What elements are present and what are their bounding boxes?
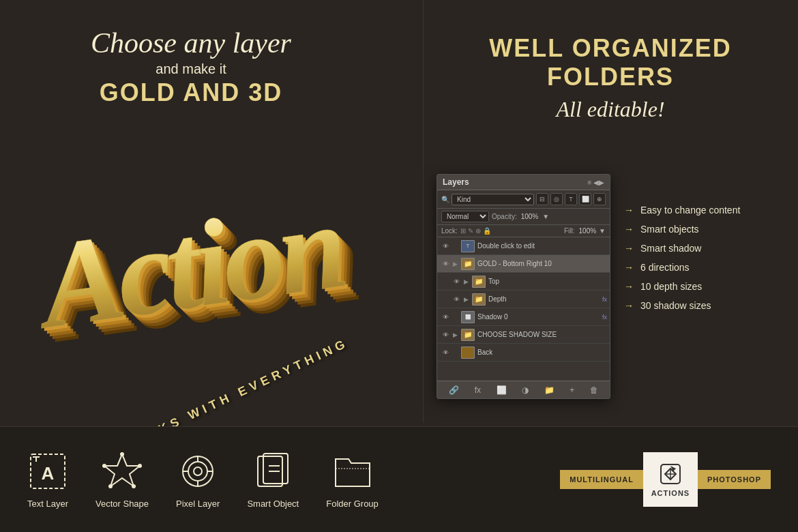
feature-text-5: 30 shadow sizes — [640, 300, 711, 311]
layers-bottom-toolbar: 🔗 fx ⬜ ◑ 📁 + 🗑 — [437, 381, 610, 398]
layers-blend-row: Normal Opacity: 100% ▼ — [437, 209, 610, 225]
badge-actions-icon — [658, 462, 683, 486]
expand-2[interactable]: ▶ — [464, 278, 472, 285]
lock-icon-2[interactable]: ✎ — [468, 227, 473, 235]
kind-label: 🔍 — [441, 196, 449, 203]
badge-area: MULTILINGUAL ACTIONS PHOTOSHOP — [560, 452, 771, 507]
vector-shape-icon — [102, 451, 143, 492]
thumb-5: 📁 — [461, 329, 475, 341]
feature-text-4: 10 depth sizes — [640, 281, 702, 292]
feature-arrow-0: → — [624, 205, 634, 216]
headline-and: and make it — [41, 61, 341, 77]
layers-bottom-group-icon[interactable]: 📁 — [544, 385, 555, 395]
layer-item-2[interactable]: 👁 ▶ 📁 Top — [437, 273, 610, 291]
text-layer-icon: A — [27, 451, 68, 492]
feature-arrow-5: → — [624, 300, 634, 311]
kind-select[interactable]: Kind — [452, 194, 534, 205]
feature-arrow-3: → — [624, 262, 634, 273]
thumb-0: T — [461, 240, 475, 252]
layers-panel: Layers ≡ ◀▶ 🔍 Kind ⊟ ◎ T ⬜ ⊕ Normal Opac… — [437, 174, 610, 399]
pixel-layer-icon — [177, 451, 218, 492]
fill-arrow: ▼ — [599, 227, 606, 235]
layer-name-4: Shadow 0 — [477, 313, 600, 321]
action-area: Action Action Action Action Action Actio… — [14, 164, 423, 409]
bottom-icon-text-layer: A Text Layer — [27, 451, 68, 509]
bottom-icons: A Text Layer Vector Shape — [27, 451, 379, 509]
layer-item-0[interactable]: 👁 T Double click to edit — [437, 237, 610, 255]
feature-arrow-2: → — [624, 243, 634, 254]
layers-title: Layers — [443, 177, 469, 187]
eye-icon-2[interactable]: 👁 — [451, 276, 462, 287]
svg-point-17 — [188, 462, 207, 481]
layers-lock-row: Lock: ⊞ ✎ ⊕ 🔒 Fill: 100% ▼ — [437, 225, 610, 237]
layers-bottom-new-icon[interactable]: + — [570, 385, 574, 395]
layer-icon-btn-5[interactable]: ⊕ — [593, 193, 606, 205]
eye-icon-5[interactable]: 👁 — [440, 329, 451, 340]
expand-1[interactable]: ▶ — [453, 261, 461, 267]
layer-item-5[interactable]: 👁 ▶ 📁 CHOOSE SHADOW SIZE — [437, 326, 610, 344]
expand-5[interactable]: ▶ — [453, 331, 461, 338]
bottom-icon-vector: Vector Shape — [95, 451, 149, 509]
thumb-4: ⬜ — [461, 311, 475, 323]
layers-bottom-delete-icon[interactable]: 🗑 — [590, 385, 598, 395]
badge-multilingual: MULTILINGUAL — [560, 470, 643, 489]
fx-3: fx — [602, 296, 607, 303]
eye-icon-0[interactable]: 👁 — [440, 241, 451, 252]
layer-item-1[interactable]: 👁 ▶ 📁 GOLD - Bottom Right 10 — [437, 255, 610, 273]
layer-name-2: Top — [488, 278, 607, 285]
layer-icon-btn-3[interactable]: T — [565, 193, 577, 205]
thumb-1: 📁 — [461, 258, 475, 270]
svg-point-15 — [102, 464, 106, 468]
layer-icon-btn-4[interactable]: ⬜ — [579, 193, 591, 205]
lock-icon-4[interactable]: 🔒 — [483, 227, 491, 235]
lock-label: Lock: — [441, 227, 458, 235]
feature-item-1: → Smart objects — [624, 224, 740, 235]
lock-icon-1[interactable]: ⊞ — [460, 227, 466, 235]
layer-item-3[interactable]: 👁 ▶ 📁 Depth fx — [437, 291, 610, 308]
smart-object-icon — [252, 451, 293, 492]
thumb-2: 📁 — [472, 276, 486, 288]
layer-item-4[interactable]: 👁 ⬜ Shadow 0 fx — [437, 308, 610, 326]
feature-item-3: → 6 directions — [624, 262, 740, 273]
right-headline-main: WELL ORGANIZED FOLDERS — [450, 34, 771, 91]
eye-icon-6[interactable]: 👁 — [440, 347, 451, 358]
expand-3[interactable]: ▶ — [464, 296, 472, 303]
thumb-6 — [461, 346, 475, 359]
svg-rect-9 — [33, 456, 40, 458]
layer-icon-btn-2[interactable]: ◎ — [550, 193, 563, 205]
opacity-value: 100% — [521, 213, 539, 220]
layer-item-6[interactable]: 👁 Back — [437, 344, 610, 361]
feature-arrow-4: → — [624, 281, 634, 292]
layers-bottom-link-icon[interactable]: 🔗 — [449, 385, 459, 395]
svg-text:A: A — [42, 463, 55, 484]
layers-bottom-mask-icon[interactable]: ⬜ — [497, 385, 507, 395]
feature-text-3: 6 directions — [640, 262, 690, 273]
eye-icon-4[interactable]: 👁 — [440, 312, 451, 323]
feature-arrow-1: → — [624, 224, 634, 235]
feature-text-1: Smart objects — [640, 224, 699, 235]
layers-bottom-adj-icon[interactable]: ◑ — [522, 385, 529, 395]
thumb-3: 📁 — [472, 293, 486, 306]
feature-item-2: → Smart shadow — [624, 243, 740, 254]
eye-icon-3[interactable]: 👁 — [451, 294, 462, 305]
headline: Choose any layer and make it GOLD AND 3D — [41, 27, 341, 109]
eye-icon-1[interactable]: 👁 — [440, 258, 451, 269]
fill-value: 100% — [579, 227, 597, 235]
fill-label: Fill: — [564, 227, 575, 235]
feature-item-5: → 30 shadow sizes — [624, 300, 740, 311]
folder-group-icon — [332, 451, 373, 492]
action-3d-svg: Action Action Action Action Action Actio… — [20, 177, 416, 382]
lock-icons: ⊞ ✎ ⊕ 🔒 — [460, 227, 561, 235]
blend-mode-select[interactable]: Normal — [441, 211, 489, 222]
svg-point-11 — [120, 452, 124, 456]
layer-icon-btn-1[interactable]: ⊟ — [536, 193, 548, 205]
lock-icon-3[interactable]: ⊕ — [475, 227, 481, 235]
layer-name-5: CHOOSE SHADOW SIZE — [477, 331, 607, 338]
layer-name-3: Depth — [488, 295, 600, 303]
opacity-label: Opacity: — [492, 213, 517, 220]
bottom-icon-folder: Folder Group — [326, 451, 379, 509]
bottom-icon-smart: Smart Object — [247, 451, 299, 509]
feature-item-0: → Easy to change content — [624, 205, 740, 216]
svg-point-12 — [138, 464, 142, 468]
layers-bottom-fx-icon[interactable]: fx — [475, 385, 481, 395]
